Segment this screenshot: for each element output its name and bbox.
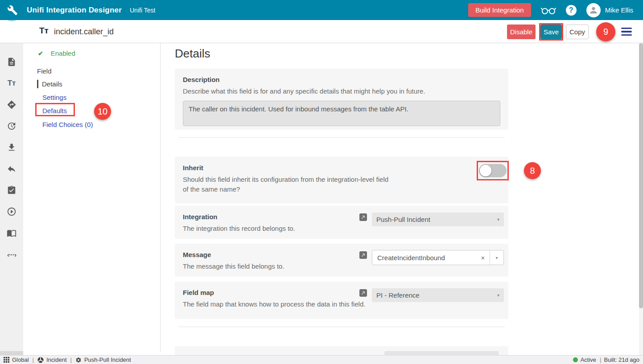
record-title: incident.caller_id <box>54 27 114 37</box>
disable-button[interactable]: Disable <box>507 25 536 39</box>
top-app-bar: Unifi Integration Designer Unifi Test Bu… <box>0 0 643 20</box>
nav-item-settings[interactable]: Settings <box>42 94 66 101</box>
inherit-label: Inherit <box>183 164 500 172</box>
icon-rail: Tт ‹···› <box>0 43 23 355</box>
scrollbar-thumb[interactable] <box>639 43 643 308</box>
table-indicator[interactable]: Incident <box>37 356 67 363</box>
description-section: Description Describe what this field is … <box>175 69 508 130</box>
user-name[interactable]: Mike Ellis <box>605 6 633 14</box>
description-label: Description <box>183 76 500 83</box>
integration-select[interactable]: Push-Pull Incident ▾ <box>372 213 504 226</box>
reference-icon[interactable] <box>359 213 367 221</box>
inherit-helper-line1: Should this field inherit its configurat… <box>183 175 500 184</box>
nav-item-details[interactable]: Details <box>37 80 62 88</box>
field-type-icon: Tт <box>39 26 49 36</box>
build-integration-button[interactable]: Build Integration <box>468 3 531 17</box>
save-button[interactable]: Save <box>540 25 562 39</box>
nav-section-field: Field <box>37 67 52 75</box>
active-label: Active <box>581 356 596 363</box>
active-status-icon <box>573 357 578 362</box>
message-select[interactable]: CreateIncidentInbound × ▾ <box>372 250 504 265</box>
gear-icon <box>75 357 82 363</box>
build-status: Active | Built: 21d ago <box>573 356 639 363</box>
document-icon[interactable] <box>6 57 17 67</box>
message-section: Message The message this field belongs t… <box>175 244 508 277</box>
status-enabled: ✔ Enabled <box>38 49 75 57</box>
chevron-down-icon: ▾ <box>497 293 499 298</box>
directions-icon[interactable] <box>6 99 17 110</box>
description-helper: Describe what this field is for and any … <box>183 86 500 96</box>
workspace-name[interactable]: Unifi Test <box>130 7 155 14</box>
wrench-icon <box>7 5 18 16</box>
status-bar: Global | Incident | Push-Pull Incident A… <box>0 355 643 364</box>
grid-icon <box>4 357 9 363</box>
help-icon[interactable]: ? <box>566 5 577 16</box>
app-window: Unifi Integration Designer Unifi Test Bu… <box>0 0 643 364</box>
description-textarea[interactable]: The caller on this incident. Used for in… <box>183 101 500 126</box>
chevron-down-icon: ▾ <box>497 217 499 222</box>
toggle-knob <box>480 165 491 176</box>
reference-icon[interactable] <box>359 251 367 259</box>
annotation-badge-8: 8 <box>524 162 541 179</box>
field-map-select[interactable]: PI - Reference ▾ <box>372 288 504 302</box>
inherit-section: Inherit Should this field inherit its co… <box>175 157 508 203</box>
nav-item-field-choices[interactable]: Field Choices (0) <box>42 121 93 128</box>
download-icon[interactable] <box>6 142 17 153</box>
enabled-label: Enabled <box>51 49 75 57</box>
annotation-badge-10: 10 <box>94 103 111 120</box>
vertical-scrollbar <box>639 43 643 355</box>
page-title: Details <box>175 47 210 61</box>
glasses-icon[interactable] <box>541 5 556 15</box>
divider <box>178 327 505 327</box>
check-icon: ✔ <box>38 50 43 57</box>
annotation-badge-9: 9 <box>596 22 615 41</box>
app-title: Unifi Integration Designer <box>27 6 122 15</box>
reply-icon[interactable] <box>6 164 17 174</box>
tasks-icon[interactable] <box>6 185 17 196</box>
nav-item-defaults[interactable]: Defaults <box>42 107 67 115</box>
code-icon[interactable]: ‹···› <box>6 249 17 260</box>
divider <box>178 137 505 138</box>
integration-indicator[interactable]: Push-Pull Incident <box>75 356 131 363</box>
field-map-section: Field map The field map that knows how t… <box>175 282 508 319</box>
menu-icon[interactable] <box>621 28 632 36</box>
integration-section: Integration The integration this record … <box>175 206 508 239</box>
scope-indicator[interactable]: Global <box>4 356 29 363</box>
copy-button[interactable]: Copy <box>566 25 589 39</box>
partial-select[interactable] <box>384 351 499 355</box>
inherit-toggle[interactable] <box>479 164 507 177</box>
user-avatar[interactable] <box>586 3 601 17</box>
built-label: Built: 21d ago <box>604 356 639 363</box>
book-icon[interactable] <box>6 228 17 238</box>
text-fields-icon[interactable]: Tт <box>6 78 17 89</box>
annotation-box-save: Save <box>539 23 563 41</box>
inherit-helper-line2: of the same name? <box>183 184 500 194</box>
reference-icon[interactable] <box>359 289 367 297</box>
clear-icon[interactable]: × <box>476 250 490 265</box>
selected-indicator <box>37 80 38 88</box>
record-header: Tт incident.caller_id Disable Save Copy … <box>0 20 643 43</box>
annotation-box-toggle <box>477 161 509 180</box>
play-icon[interactable] <box>6 206 17 217</box>
incident-icon <box>37 357 44 363</box>
details-form: Details Description Describe what this f… <box>161 43 639 355</box>
history-icon[interactable] <box>6 121 17 131</box>
chevron-down-icon[interactable]: ▾ <box>490 250 503 265</box>
next-section-partial <box>175 346 508 355</box>
field-nav-panel: ✔ Enabled Field Details Settings Default… <box>23 43 161 352</box>
